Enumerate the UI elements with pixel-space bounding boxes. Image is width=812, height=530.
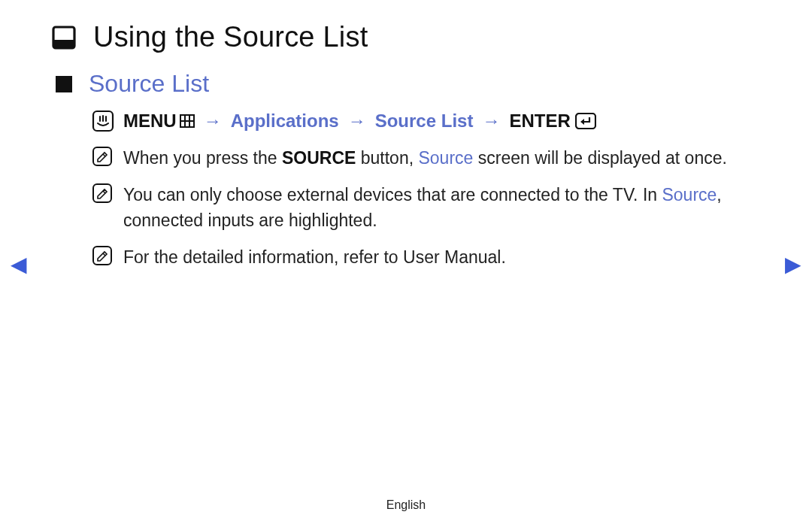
note-row-3: For the detailed information, refer to U…	[92, 245, 761, 270]
note-1-blue: Source	[418, 148, 473, 168]
section-title-row: Source List	[56, 70, 761, 98]
footer-language: English	[0, 498, 812, 512]
path-arrow-2: →	[348, 111, 366, 132]
svg-line-11	[103, 154, 105, 156]
note-1-bold: SOURCE	[282, 148, 356, 168]
note-1-pre: When you press the	[123, 148, 282, 168]
svg-rect-14	[93, 247, 111, 265]
svg-line-13	[103, 191, 105, 193]
menu-grid-icon	[180, 114, 195, 128]
note-2-text: You can only choose external devices tha…	[123, 183, 761, 233]
enter-icon	[575, 113, 596, 129]
section-title: Source List	[89, 70, 209, 98]
note-2-blue: Source	[662, 185, 717, 204]
path-source-list: Source List	[375, 111, 474, 132]
chapter-icon	[51, 25, 77, 50]
note-row-1: When you press the SOURCE button, Source…	[92, 146, 761, 171]
remote-icon	[92, 110, 114, 132]
svg-rect-12	[93, 184, 111, 202]
manual-page: ◀ ▶ Using the Source List Source List ME…	[0, 0, 812, 530]
note-1-text: When you press the SOURCE button, Source…	[123, 146, 727, 171]
note-row-2: You can only choose external devices tha…	[92, 183, 761, 233]
path-enter-label: ENTER	[509, 111, 570, 132]
path-arrow-1: →	[204, 111, 222, 132]
page-title: Using the Source List	[93, 21, 368, 53]
path-applications: Applications	[231, 111, 339, 132]
menu-path: MENU → Applications → Source List → ENTE…	[92, 110, 761, 132]
note-3-text: For the detailed information, refer to U…	[123, 245, 506, 270]
note-icon	[92, 183, 113, 204]
note-icon	[92, 146, 113, 167]
note-1-mid: button,	[356, 148, 418, 168]
path-menu-label: MENU	[123, 111, 177, 132]
note-1-post: screen will be displayed at once.	[473, 148, 727, 168]
prev-page-arrow[interactable]: ◀	[11, 254, 27, 275]
svg-line-15	[103, 253, 105, 256]
path-arrow-3: →	[482, 111, 500, 132]
page-title-row: Using the Source List	[51, 21, 761, 53]
svg-rect-10	[93, 147, 111, 165]
note-2-pre: You can only choose external devices tha…	[123, 185, 662, 204]
svg-rect-3	[56, 76, 72, 92]
section-bullet-icon	[56, 76, 72, 92]
svg-rect-2	[53, 46, 74, 48]
next-page-arrow[interactable]: ▶	[785, 254, 801, 275]
note-icon	[92, 245, 113, 266]
